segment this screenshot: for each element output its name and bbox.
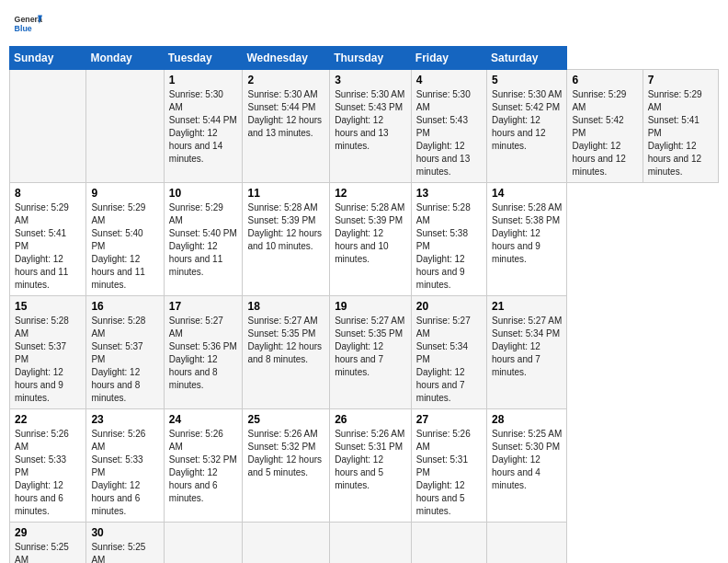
calendar-day-cell: 10Sunrise: 5:29 AMSunset: 5:40 PMDayligh… — [164, 183, 243, 296]
day-number: 22 — [15, 413, 81, 426]
day-info: Sunrise: 5:26 AMSunset: 5:32 PMDaylight:… — [169, 428, 238, 505]
day-number: 20 — [416, 300, 482, 313]
day-number: 14 — [492, 187, 562, 200]
calendar-day-header: Thursday — [330, 47, 412, 70]
calendar-empty-cell — [10, 70, 86, 183]
day-number: 29 — [15, 526, 81, 539]
page-header: General Blue — [9, 9, 719, 39]
day-info: Sunrise: 5:27 AMSunset: 5:34 PMDaylight:… — [492, 315, 562, 379]
day-info: Sunrise: 5:27 AMSunset: 5:36 PMDaylight:… — [169, 315, 238, 392]
day-info: Sunrise: 5:30 AMSunset: 5:42 PMDaylight:… — [492, 88, 562, 153]
calendar-empty-cell — [86, 70, 164, 183]
calendar-day-cell: 21Sunrise: 5:27 AMSunset: 5:34 PMDayligh… — [487, 296, 567, 409]
calendar-day-cell: 17Sunrise: 5:27 AMSunset: 5:36 PMDayligh… — [164, 296, 243, 409]
calendar-header-row: SundayMondayTuesdayWednesdayThursdayFrid… — [10, 47, 719, 70]
day-number: 23 — [91, 413, 158, 426]
calendar-day-cell: 19Sunrise: 5:27 AMSunset: 5:35 PMDayligh… — [330, 296, 412, 409]
calendar-day-header: Friday — [411, 47, 486, 70]
day-number: 25 — [247, 413, 324, 426]
day-number: 12 — [335, 187, 406, 200]
svg-text:Blue: Blue — [15, 24, 32, 33]
calendar-day-cell: 24Sunrise: 5:26 AMSunset: 5:32 PMDayligh… — [164, 409, 243, 523]
calendar-day-cell: 3Sunrise: 5:30 AMSunset: 5:43 PMDaylight… — [330, 70, 412, 183]
day-info: Sunrise: 5:28 AMSunset: 5:38 PMDaylight:… — [492, 201, 562, 266]
day-info: Sunrise: 5:28 AMSunset: 5:39 PMDaylight:… — [335, 201, 406, 266]
day-info: Sunrise: 5:27 AMSunset: 5:35 PMDaylight:… — [247, 315, 324, 366]
day-number: 1 — [169, 74, 238, 86]
day-info: Sunrise: 5:30 AMSunset: 5:43 PMDaylight:… — [416, 88, 482, 178]
day-number: 6 — [572, 74, 637, 86]
calendar-day-cell: 12Sunrise: 5:28 AMSunset: 5:39 PMDayligh… — [330, 183, 412, 296]
calendar-week-row: 15Sunrise: 5:28 AMSunset: 5:37 PMDayligh… — [10, 296, 719, 409]
calendar-week-row: 8Sunrise: 5:29 AMSunset: 5:41 PMDaylight… — [10, 183, 719, 296]
day-info: Sunrise: 5:25 AMSunset: 5:30 PMDaylight:… — [15, 541, 81, 563]
day-info: Sunrise: 5:28 AMSunset: 5:38 PMDaylight:… — [416, 201, 482, 292]
day-number: 15 — [15, 300, 81, 313]
day-number: 18 — [247, 300, 324, 313]
day-info: Sunrise: 5:26 AMSunset: 5:33 PMDaylight:… — [15, 428, 81, 518]
day-info: Sunrise: 5:26 AMSunset: 5:32 PMDaylight:… — [247, 428, 324, 479]
calendar-day-cell: 22Sunrise: 5:26 AMSunset: 5:33 PMDayligh… — [10, 409, 86, 523]
day-info: Sunrise: 5:29 AMSunset: 5:41 PMDaylight:… — [15, 201, 81, 292]
logo-icon: General Blue — [13, 9, 42, 39]
calendar-day-cell — [487, 523, 567, 564]
day-info: Sunrise: 5:29 AMSunset: 5:41 PMDaylight:… — [648, 88, 713, 178]
calendar-day-cell: 29Sunrise: 5:25 AMSunset: 5:30 PMDayligh… — [10, 523, 86, 564]
day-info: Sunrise: 5:25 AMSunset: 5:30 PMDaylight:… — [492, 428, 562, 492]
day-number: 3 — [335, 74, 406, 86]
calendar-week-row: 1Sunrise: 5:30 AMSunset: 5:44 PMDaylight… — [10, 70, 719, 183]
calendar-table: SundayMondayTuesdayWednesdayThursdayFrid… — [9, 46, 719, 563]
calendar-day-cell: 23Sunrise: 5:26 AMSunset: 5:33 PMDayligh… — [86, 409, 164, 523]
calendar-day-cell: 25Sunrise: 5:26 AMSunset: 5:32 PMDayligh… — [243, 409, 330, 523]
calendar-day-cell: 20Sunrise: 5:27 AMSunset: 5:34 PMDayligh… — [411, 296, 486, 409]
calendar-day-cell — [243, 523, 330, 564]
calendar-day-cell — [411, 523, 486, 564]
day-number: 19 — [335, 300, 406, 313]
day-info: Sunrise: 5:29 AMSunset: 5:40 PMDaylight:… — [169, 201, 238, 279]
day-info: Sunrise: 5:26 AMSunset: 5:33 PMDaylight:… — [91, 428, 158, 518]
day-number: 17 — [169, 300, 238, 313]
day-info: Sunrise: 5:30 AMSunset: 5:44 PMDaylight:… — [247, 88, 324, 140]
day-info: Sunrise: 5:26 AMSunset: 5:31 PMDaylight:… — [416, 428, 482, 518]
calendar-day-cell: 5Sunrise: 5:30 AMSunset: 5:42 PMDaylight… — [487, 70, 567, 183]
day-number: 4 — [416, 74, 482, 86]
day-number: 10 — [169, 187, 238, 200]
calendar-day-header: Sunday — [10, 47, 86, 70]
calendar-day-header: Saturday — [487, 47, 567, 70]
calendar-day-header: Tuesday — [164, 47, 243, 70]
day-info: Sunrise: 5:27 AMSunset: 5:34 PMDaylight:… — [416, 315, 482, 405]
day-number: 30 — [91, 526, 158, 539]
day-number: 24 — [169, 413, 238, 426]
calendar-week-row: 29Sunrise: 5:25 AMSunset: 5:30 PMDayligh… — [10, 523, 719, 564]
day-info: Sunrise: 5:30 AMSunset: 5:43 PMDaylight:… — [335, 88, 406, 153]
calendar-day-cell: 14Sunrise: 5:28 AMSunset: 5:38 PMDayligh… — [487, 183, 567, 296]
day-info: Sunrise: 5:28 AMSunset: 5:37 PMDaylight:… — [15, 315, 81, 405]
day-info: Sunrise: 5:29 AMSunset: 5:40 PMDaylight:… — [91, 201, 158, 292]
day-info: Sunrise: 5:27 AMSunset: 5:35 PMDaylight:… — [335, 315, 406, 379]
day-info: Sunrise: 5:26 AMSunset: 5:31 PMDaylight:… — [335, 428, 406, 492]
logo: General Blue — [13, 9, 42, 39]
day-number: 27 — [416, 413, 482, 426]
calendar-day-cell — [164, 523, 243, 564]
day-number: 16 — [91, 300, 158, 313]
day-info: Sunrise: 5:28 AMSunset: 5:37 PMDaylight:… — [91, 315, 158, 405]
calendar-day-cell: 30Sunrise: 5:25 AMSunset: 5:29 PMDayligh… — [86, 523, 164, 564]
calendar-day-cell: 13Sunrise: 5:28 AMSunset: 5:38 PMDayligh… — [411, 183, 486, 296]
calendar-day-cell: 2Sunrise: 5:30 AMSunset: 5:44 PMDaylight… — [243, 70, 330, 183]
calendar-day-header: Wednesday — [243, 47, 330, 70]
calendar-week-row: 22Sunrise: 5:26 AMSunset: 5:33 PMDayligh… — [10, 409, 719, 523]
svg-text:General: General — [15, 15, 42, 24]
calendar-day-cell: 16Sunrise: 5:28 AMSunset: 5:37 PMDayligh… — [86, 296, 164, 409]
calendar-day-cell: 7Sunrise: 5:29 AMSunset: 5:41 PMDaylight… — [643, 70, 718, 183]
calendar-day-header: Monday — [86, 47, 164, 70]
day-number: 11 — [247, 187, 324, 200]
day-number: 13 — [416, 187, 482, 200]
day-number: 7 — [648, 74, 713, 86]
day-number: 21 — [492, 300, 562, 313]
day-info: Sunrise: 5:25 AMSunset: 5:29 PMDaylight:… — [91, 541, 158, 563]
calendar-day-cell: 8Sunrise: 5:29 AMSunset: 5:41 PMDaylight… — [10, 183, 86, 296]
calendar-body: 1Sunrise: 5:30 AMSunset: 5:44 PMDaylight… — [10, 70, 719, 564]
calendar-day-cell: 4Sunrise: 5:30 AMSunset: 5:43 PMDaylight… — [411, 70, 486, 183]
day-info: Sunrise: 5:30 AMSunset: 5:44 PMDaylight:… — [169, 88, 238, 166]
calendar-day-cell: 18Sunrise: 5:27 AMSunset: 5:35 PMDayligh… — [243, 296, 330, 409]
